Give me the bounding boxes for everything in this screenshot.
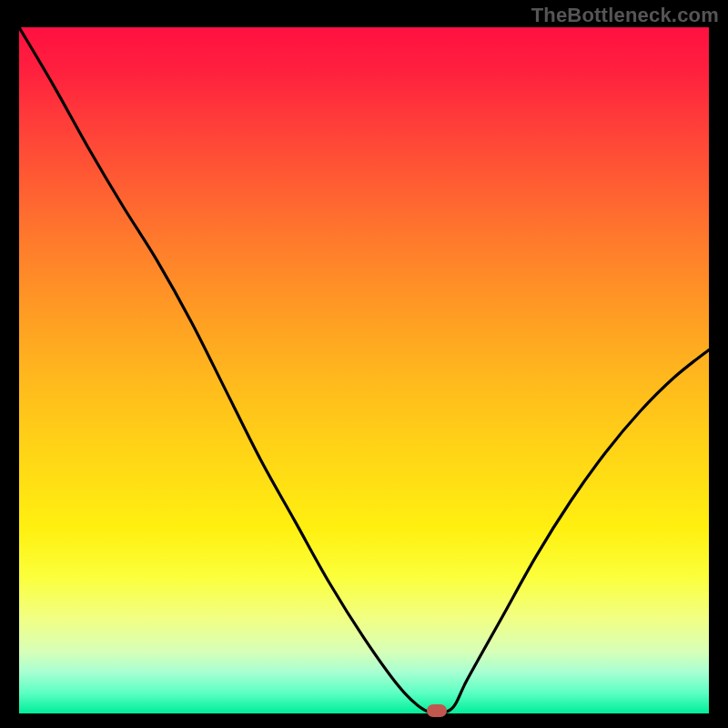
minimum-marker-icon [427, 704, 447, 717]
attribution-label: TheBottleneck.com [531, 4, 719, 27]
plot-area [19, 27, 709, 713]
bottleneck-curve [19, 27, 709, 713]
chart-frame: TheBottleneck.com [0, 0, 728, 728]
